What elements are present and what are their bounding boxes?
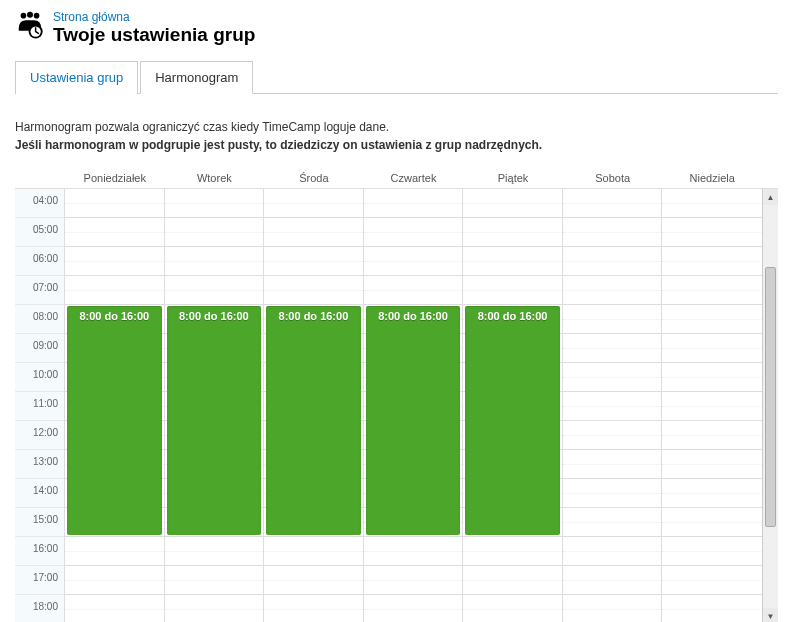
description-line2: Jeśli harmonogram w podgrupie jest pusty…: [15, 136, 778, 154]
calendar-cell[interactable]: [563, 334, 662, 363]
page-title: Twoje ustawienia grup: [53, 24, 255, 46]
calendar-cell[interactable]: [662, 305, 762, 334]
time-label: 11:00: [15, 392, 64, 421]
calendar-cell[interactable]: [65, 218, 164, 247]
calendar-cell[interactable]: [264, 189, 363, 218]
calendar-cell[interactable]: [563, 189, 662, 218]
calendar-cell[interactable]: [364, 247, 463, 276]
scroll-up-button[interactable]: ▲: [763, 189, 778, 205]
calendar-day-column[interactable]: 8:00 do 16:00: [165, 189, 265, 622]
calendar-day-column[interactable]: 8:00 do 16:00: [264, 189, 364, 622]
calendar-cell[interactable]: [662, 276, 762, 305]
calendar-cell[interactable]: [463, 566, 562, 595]
schedule-event[interactable]: 8:00 do 16:00: [266, 306, 361, 535]
calendar-cell[interactable]: [662, 508, 762, 537]
calendar-cell[interactable]: [264, 595, 363, 622]
time-label: 07:00: [15, 276, 64, 305]
time-label: 08:00: [15, 305, 64, 334]
calendar-cell[interactable]: [662, 450, 762, 479]
calendar-day-header: Poniedziałek Wtorek Środa Czwartek Piąte…: [15, 166, 778, 189]
calendar-cell[interactable]: [364, 276, 463, 305]
calendar-cell[interactable]: [662, 479, 762, 508]
calendar-cell[interactable]: [463, 218, 562, 247]
calendar-cell[interactable]: [463, 189, 562, 218]
calendar-cell[interactable]: [65, 276, 164, 305]
calendar-cell[interactable]: [662, 392, 762, 421]
calendar-cell[interactable]: [264, 566, 363, 595]
calendar-cell[interactable]: [463, 247, 562, 276]
calendar-cell[interactable]: [65, 247, 164, 276]
calendar-cell[interactable]: [165, 247, 264, 276]
schedule-event[interactable]: 8:00 do 16:00: [465, 306, 560, 535]
calendar-cell[interactable]: [563, 595, 662, 622]
time-label: 04:00: [15, 189, 64, 218]
svg-point-2: [34, 13, 40, 19]
calendar-cell[interactable]: [65, 566, 164, 595]
scroll-thumb[interactable]: [765, 267, 776, 527]
calendar-cell[interactable]: [662, 537, 762, 566]
time-label: 15:00: [15, 508, 64, 537]
calendar-cell[interactable]: [563, 508, 662, 537]
tabs: Ustawienia grup Harmonogram: [15, 60, 778, 94]
time-label: 18:00: [15, 595, 64, 622]
time-label: 14:00: [15, 479, 64, 508]
calendar-cell[interactable]: [563, 479, 662, 508]
calendar-cell[interactable]: [563, 450, 662, 479]
tab-ustawienia-grup[interactable]: Ustawienia grup: [15, 61, 138, 94]
calendar-cell[interactable]: [264, 247, 363, 276]
calendar-cell[interactable]: [65, 189, 164, 218]
calendar-cell[interactable]: [364, 189, 463, 218]
calendar-cell[interactable]: [563, 566, 662, 595]
calendar-cell[interactable]: [662, 218, 762, 247]
tab-harmonogram[interactable]: Harmonogram: [140, 61, 253, 94]
calendar-cell[interactable]: [563, 247, 662, 276]
calendar-cell[interactable]: [563, 218, 662, 247]
calendar-cell[interactable]: [662, 421, 762, 450]
calendar-cell[interactable]: [364, 595, 463, 622]
calendar-cell[interactable]: [165, 566, 264, 595]
calendar-cell[interactable]: [662, 363, 762, 392]
calendar-cell[interactable]: [165, 537, 264, 566]
calendar-day-column[interactable]: 8:00 do 16:00: [65, 189, 165, 622]
group-settings-icon: [15, 10, 45, 40]
calendar-cell[interactable]: [563, 392, 662, 421]
calendar-day-column[interactable]: [662, 189, 762, 622]
schedule-event[interactable]: 8:00 do 16:00: [67, 306, 162, 535]
calendar-cell[interactable]: [364, 218, 463, 247]
calendar-day-column[interactable]: 8:00 do 16:00: [463, 189, 563, 622]
calendar-cell[interactable]: [662, 566, 762, 595]
calendar-cell[interactable]: [463, 595, 562, 622]
calendar-cell[interactable]: [165, 189, 264, 218]
scroll-down-button[interactable]: ▼: [763, 608, 778, 622]
calendar-cell[interactable]: [563, 537, 662, 566]
calendar-cell[interactable]: [563, 363, 662, 392]
calendar-cell[interactable]: [662, 247, 762, 276]
calendar-cell[interactable]: [264, 276, 363, 305]
calendar-cell[interactable]: [165, 218, 264, 247]
calendar-cell[interactable]: [364, 537, 463, 566]
calendar-cell[interactable]: [165, 276, 264, 305]
calendar-cell[interactable]: [264, 537, 363, 566]
calendar-cell[interactable]: [364, 566, 463, 595]
calendar-day-column[interactable]: 8:00 do 16:00: [364, 189, 464, 622]
calendar-day-column[interactable]: [563, 189, 663, 622]
calendar-grid[interactable]: 8:00 do 16:008:00 do 16:008:00 do 16:008…: [65, 189, 762, 622]
calendar-cell[interactable]: [662, 334, 762, 363]
calendar-cell[interactable]: [463, 276, 562, 305]
calendar-scrollbar[interactable]: ▲ ▼: [762, 189, 778, 622]
calendar: Poniedziałek Wtorek Środa Czwartek Piąte…: [15, 166, 778, 622]
calendar-cell[interactable]: [264, 218, 363, 247]
calendar-cell[interactable]: [165, 595, 264, 622]
calendar-cell[interactable]: [563, 421, 662, 450]
calendar-cell[interactable]: [463, 537, 562, 566]
calendar-cell[interactable]: [563, 305, 662, 334]
calendar-cell[interactable]: [662, 189, 762, 218]
calendar-cell[interactable]: [65, 537, 164, 566]
schedule-event[interactable]: 8:00 do 16:00: [366, 306, 461, 535]
day-header-fri: Piątek: [463, 166, 563, 188]
calendar-cell[interactable]: [65, 595, 164, 622]
calendar-cell[interactable]: [662, 595, 762, 622]
schedule-event[interactable]: 8:00 do 16:00: [167, 306, 262, 535]
calendar-cell[interactable]: [563, 276, 662, 305]
breadcrumb-home-link[interactable]: Strona główna: [53, 10, 130, 24]
